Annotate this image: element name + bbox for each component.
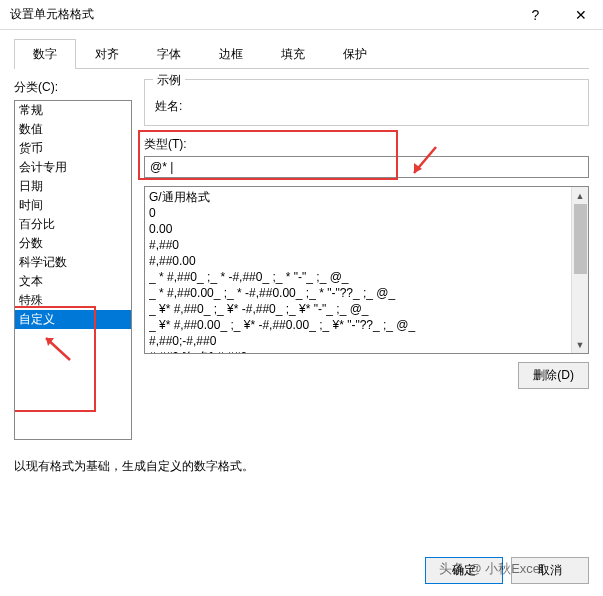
type-input[interactable]	[144, 156, 589, 178]
scrollbar[interactable]: ▲ ▼	[571, 187, 588, 353]
category-item[interactable]: 文本	[15, 272, 131, 291]
scroll-thumb[interactable]	[574, 204, 587, 274]
scroll-track[interactable]	[572, 204, 588, 336]
category-label: 分类(C):	[14, 79, 132, 96]
category-item[interactable]: 数值	[15, 120, 131, 139]
titlebar: 设置单元格格式 ? ✕	[0, 0, 603, 30]
format-item[interactable]: #,##0;[红色]-#,##0	[149, 349, 567, 354]
category-item[interactable]: 常规	[15, 101, 131, 120]
cancel-button[interactable]: 取消	[511, 557, 589, 584]
tab-border[interactable]: 边框	[200, 39, 262, 69]
category-item[interactable]: 货币	[15, 139, 131, 158]
category-item[interactable]: 时间	[15, 196, 131, 215]
sample-group-label: 示例	[153, 72, 185, 89]
dialog-footer: 确定 取消	[425, 557, 589, 584]
tab-number[interactable]: 数字	[14, 39, 76, 69]
format-item[interactable]: _ ¥* #,##0_ ;_ ¥* -#,##0_ ;_ ¥* "-"_ ;_ …	[149, 301, 567, 317]
sample-group: 示例 姓名:	[144, 79, 589, 126]
format-item[interactable]: _ * #,##0_ ;_ * -#,##0_ ;_ * "-"_ ;_ @_	[149, 269, 567, 285]
tabstrip: 数字 对齐 字体 边框 填充 保护	[14, 38, 589, 69]
tab-protect[interactable]: 保护	[324, 39, 386, 69]
scroll-up-icon[interactable]: ▲	[572, 187, 588, 204]
help-button[interactable]: ?	[513, 0, 558, 30]
format-list[interactable]: G/通用格式 0 0.00 #,##0 #,##0.00 _ * #,##0_ …	[144, 186, 589, 354]
format-item[interactable]: #,##0.00	[149, 253, 567, 269]
category-item[interactable]: 日期	[15, 177, 131, 196]
category-list[interactable]: 常规 数值 货币 会计专用 日期 时间 百分比 分数 科学记数 文本 特殊 自定…	[14, 100, 132, 440]
delete-button[interactable]: 删除(D)	[518, 362, 589, 389]
category-item[interactable]: 科学记数	[15, 253, 131, 272]
format-item[interactable]: 0	[149, 205, 567, 221]
category-item[interactable]: 分数	[15, 234, 131, 253]
format-item[interactable]: _ ¥* #,##0.00_ ;_ ¥* -#,##0.00_ ;_ ¥* "-…	[149, 317, 567, 333]
window-title: 设置单元格格式	[10, 6, 513, 23]
sample-value: 姓名:	[155, 98, 578, 115]
ok-button[interactable]: 确定	[425, 557, 503, 584]
dialog-content: 数字 对齐 字体 边框 填充 保护 分类(C): 常规 数值 货币 会计专用 日…	[0, 30, 603, 489]
format-item[interactable]: #,##0	[149, 237, 567, 253]
category-item[interactable]: 百分比	[15, 215, 131, 234]
category-item[interactable]: 特殊	[15, 291, 131, 310]
hint-text: 以现有格式为基础，生成自定义的数字格式。	[14, 458, 589, 475]
tab-fill[interactable]: 填充	[262, 39, 324, 69]
format-item[interactable]: 0.00	[149, 221, 567, 237]
category-item-custom[interactable]: 自定义	[15, 310, 131, 329]
type-label: 类型(T):	[144, 136, 589, 153]
format-item[interactable]: _ * #,##0.00_ ;_ * -#,##0.00_ ;_ * "-"??…	[149, 285, 567, 301]
close-button[interactable]: ✕	[558, 0, 603, 30]
format-item[interactable]: #,##0;-#,##0	[149, 333, 567, 349]
tab-align[interactable]: 对齐	[76, 39, 138, 69]
category-item[interactable]: 会计专用	[15, 158, 131, 177]
scroll-down-icon[interactable]: ▼	[572, 336, 588, 353]
tab-font[interactable]: 字体	[138, 39, 200, 69]
format-item[interactable]: G/通用格式	[149, 189, 567, 205]
